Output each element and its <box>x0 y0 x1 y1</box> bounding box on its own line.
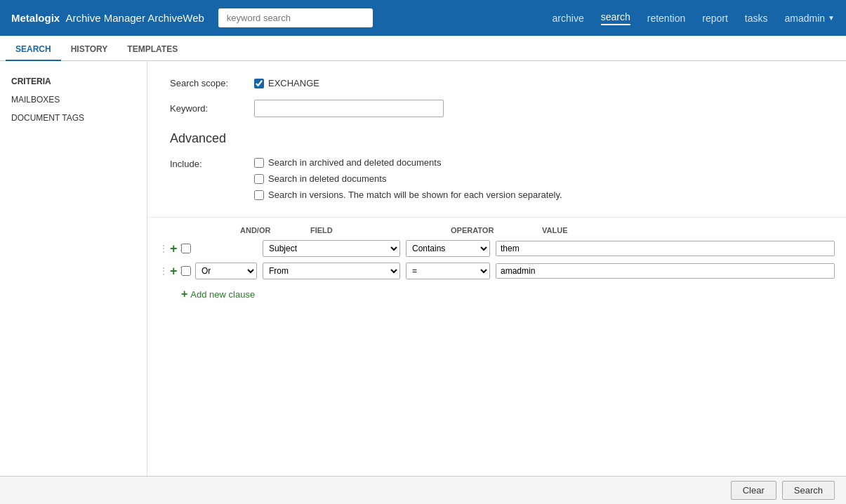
exchange-checkbox[interactable] <box>254 79 264 88</box>
sidebar-item-document-tags[interactable]: DOCUMENT TAGS <box>0 109 147 127</box>
clear-button[interactable]: Clear <box>731 481 776 500</box>
drag-handle-icon-1: ⋮ <box>159 243 168 254</box>
tab-search[interactable]: SEARCH <box>6 39 61 61</box>
search-button[interactable]: Search <box>782 481 835 500</box>
clause-1-actions: ⋮ + ✕ <box>147 242 181 255</box>
clause-1-operator-select[interactable]: Contains = != Starts with <box>406 240 490 257</box>
clause-row-2: ⋮ + ✕ Or And From Subject To Date Body <box>147 260 846 282</box>
include-options: Search in archived and deleted documents… <box>254 157 562 200</box>
keyword-row: Keyword: <box>170 100 824 117</box>
add-new-clause-link[interactable]: + Add new clause <box>147 285 846 303</box>
nav-tasks[interactable]: tasks <box>745 13 768 24</box>
clause-1-checkbox[interactable] <box>181 244 191 253</box>
add-clause-label: Add new clause <box>190 289 255 300</box>
advanced-title: Advanced <box>170 131 824 146</box>
nav-report[interactable]: report <box>702 13 728 24</box>
keyword-input[interactable] <box>254 100 444 117</box>
clause-2-actions: ⋮ + ✕ <box>147 265 181 277</box>
sidebar-item-mailboxes[interactable]: MAILBOXES <box>0 91 147 109</box>
header-value: VALUE <box>542 226 835 234</box>
nav-archive[interactable]: archive <box>553 13 584 24</box>
include-archived-deleted-label[interactable]: Search in archived and deleted documents <box>254 157 562 168</box>
chevron-down-icon: ▼ <box>828 14 835 22</box>
add-clause-2-button[interactable]: + <box>170 265 178 277</box>
clause-1-field-select[interactable]: Subject From To Date Body <box>263 240 400 257</box>
tab-bar: SEARCH HISTORY TEMPLATES <box>0 36 846 61</box>
clause-2-operator-select[interactable]: = Contains != <box>406 263 490 279</box>
header-operator: OPERATOR <box>451 226 542 234</box>
include-archived-deleted-text: Search in archived and deleted documents <box>268 157 441 168</box>
footer: Clear Search <box>0 476 846 504</box>
clause-1-value-input[interactable] <box>496 241 835 256</box>
tab-templates[interactable]: TEMPLATES <box>117 39 187 61</box>
exchange-checkbox-label[interactable]: EXCHANGE <box>254 78 319 88</box>
clause-2-value-input[interactable] <box>496 263 835 279</box>
clause-header-row: AND/OR FIELD OPERATOR VALUE <box>147 226 846 237</box>
include-deleted-text: Search in deleted documents <box>268 173 386 184</box>
include-row: Include: Search in archived and deleted … <box>170 157 824 200</box>
clause-2-andor-select[interactable]: Or And <box>195 263 257 279</box>
main-layout: CRITERIA MAILBOXES DOCUMENT TAGS Search … <box>0 61 846 476</box>
add-clause-plus-icon: + <box>181 288 187 300</box>
keyword-label: Keyword: <box>170 103 254 114</box>
header-field: FIELD <box>310 226 451 234</box>
search-scope-row: Search scope: EXCHANGE <box>170 78 824 88</box>
include-deleted-label[interactable]: Search in deleted documents <box>254 173 562 184</box>
keyword-control <box>254 100 444 117</box>
header-andor: AND/OR <box>240 226 310 234</box>
content-area: Search scope: EXCHANGE Keyword: Advanced… <box>147 61 846 476</box>
nav-amadmin[interactable]: amadmin ▼ <box>785 13 835 24</box>
clause-row-1: ⋮ + ✕ Subject From To Date Body <box>147 237 846 260</box>
include-deleted-checkbox[interactable] <box>254 174 264 184</box>
clause-2-field-select[interactable]: From Subject To Date Body <box>263 263 400 279</box>
include-label: Include: <box>170 157 254 169</box>
drag-handle-icon-2: ⋮ <box>159 265 168 277</box>
logo: Metalogix Archive Manager ArchiveWeb <box>11 12 204 24</box>
header: Metalogix Archive Manager ArchiveWeb arc… <box>0 0 846 36</box>
top-nav: archive search retention report tasks am… <box>553 11 835 25</box>
include-archived-deleted-checkbox[interactable] <box>254 158 264 168</box>
search-scope-label: Search scope: <box>170 78 254 88</box>
sidebar-item-criteria[interactable]: CRITERIA <box>0 72 147 91</box>
clause-2-checkbox[interactable] <box>181 266 191 276</box>
nav-retention[interactable]: retention <box>647 13 685 24</box>
search-scope-control: EXCHANGE <box>254 78 319 88</box>
include-versions-label[interactable]: Search in versions. The match will be sh… <box>254 190 562 200</box>
tab-history[interactable]: HISTORY <box>61 39 118 61</box>
keyword-search-input[interactable] <box>218 8 373 27</box>
include-versions-text: Search in versions. The match will be sh… <box>268 190 562 200</box>
sidebar: CRITERIA MAILBOXES DOCUMENT TAGS <box>0 61 147 476</box>
exchange-label: EXCHANGE <box>268 78 319 88</box>
clause-section: AND/OR FIELD OPERATOR VALUE ⋮ + ✕ <box>147 217 846 303</box>
include-versions-checkbox[interactable] <box>254 190 264 200</box>
add-clause-1-button[interactable]: + <box>170 242 178 255</box>
nav-search[interactable]: search <box>601 11 630 25</box>
